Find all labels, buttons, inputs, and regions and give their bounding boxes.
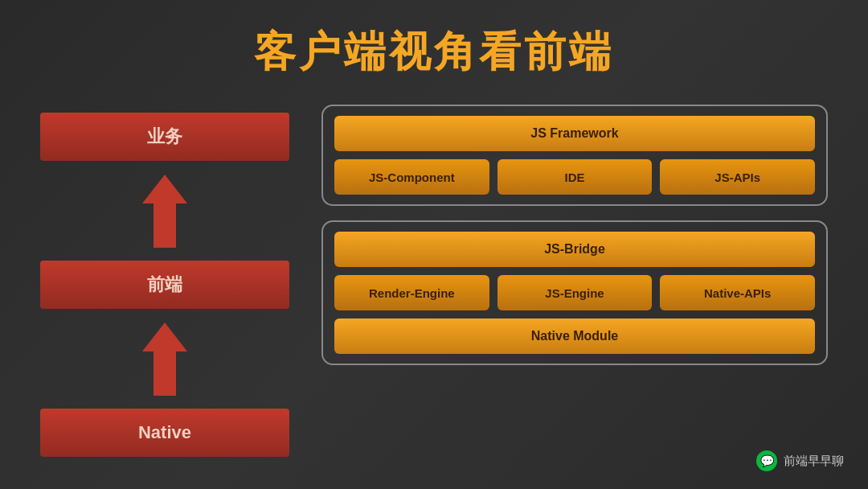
arrow-head-2	[142, 323, 187, 351]
native-box: Native	[40, 409, 289, 457]
native-module-bar: Native Module	[334, 318, 815, 354]
content-area: 业务 前端 Native JS Framework	[40, 105, 828, 465]
arrow-body-1	[154, 203, 176, 248]
ide-cell: IDE	[497, 159, 653, 195]
js-framework-group: JS Framework JS-Component IDE JS-APIs	[321, 105, 828, 206]
right-column: JS Framework JS-Component IDE JS-APIs	[321, 105, 828, 465]
native-apis-cell: Native-APIs	[660, 275, 815, 310]
js-engine-cell: JS-Engine	[497, 275, 653, 310]
engine-row: Render-Engine JS-Engine Native-APIs	[334, 275, 815, 310]
frontend-box: 前端	[40, 261, 289, 309]
arrow-up-2	[142, 323, 187, 396]
page: 客户端视角看前端 业务 前端 Native	[0, 0, 868, 489]
arrow-body-2	[154, 351, 176, 396]
page-title: 客户端视角看前端	[40, 24, 828, 80]
render-engine-cell: Render-Engine	[334, 275, 489, 310]
wechat-icon: 💬	[756, 450, 777, 471]
arrow-up-1	[142, 175, 187, 248]
arrow-head-1	[142, 175, 187, 203]
js-bridge-group: JS-Bridge Render-Engine JS-Engine Native…	[321, 220, 828, 365]
js-framework-row: JS-Component IDE JS-APIs	[334, 159, 815, 195]
js-apis-cell: JS-APIs	[660, 159, 815, 195]
js-framework-header: JS Framework	[334, 116, 815, 151]
watermark: 💬 前端早早聊	[756, 450, 844, 471]
watermark-label: 前端早早聊	[784, 454, 844, 469]
business-box: 业务	[40, 113, 289, 161]
js-component-cell: JS-Component	[334, 159, 489, 195]
left-column: 业务 前端 Native	[40, 105, 289, 465]
js-bridge-header: JS-Bridge	[334, 232, 815, 267]
